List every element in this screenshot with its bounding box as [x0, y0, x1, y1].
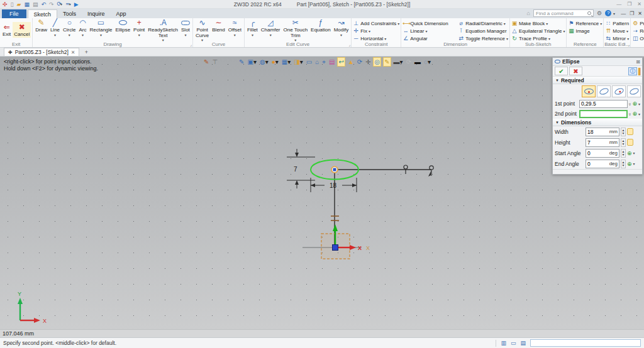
ok-button[interactable]: ✔ [555, 67, 568, 75]
overlap-button[interactable]: ◫Overlap▾ [632, 35, 644, 41]
options-button[interactable]: ≂▾ [65, 0, 71, 8]
section-required[interactable]: ▼ Required [553, 77, 642, 84]
first-point-input[interactable] [579, 100, 628, 108]
dropdown-icon[interactable]: ▾ [397, 21, 399, 26]
second-point-input[interactable] [579, 110, 628, 118]
note-icon[interactable]: ▌ [638, 68, 643, 75]
horizontal-button[interactable]: ─Horizontal▾ [353, 35, 386, 41]
circle-button[interactable]: ○Circle▾ [62, 18, 77, 42]
radial-diametric-button[interactable]: ⌀Radial/Diametric▾ [458, 20, 506, 26]
fix-button[interactable]: ✛Fix▾ [353, 28, 370, 34]
dropdown-icon[interactable]: ▾ [100, 33, 102, 37]
customize-button[interactable]: ⟳▾ [57, 0, 63, 8]
play-button[interactable]: ▶ [74, 1, 79, 8]
dropdown-icon[interactable]: ▾ [504, 21, 506, 26]
readysketch-text-button[interactable]: .AReadySketch Text▾ [147, 18, 179, 42]
move-button[interactable]: ⇈Move▾ [605, 28, 628, 34]
slot-button[interactable]: Slot▾ [180, 18, 191, 42]
dropdown-icon[interactable]: ▾ [54, 33, 56, 37]
modify-button[interactable]: ↝Modify▾ [333, 18, 350, 42]
spinner-control[interactable]: ▲▼ [621, 149, 626, 158]
dialog-launcher-icon[interactable]: ⌟ [628, 42, 630, 46]
dropdown-icon[interactable]: ▾ [600, 21, 602, 26]
reference-button[interactable]: ⚑Reference▾ [568, 20, 602, 26]
doc-restore-icon[interactable]: ❐ [630, 11, 634, 16]
ellipse-method-corner-button[interactable] [597, 85, 611, 97]
angular-button[interactable]: ∠Angular [402, 35, 455, 41]
point-pick-icon[interactable]: ⊕ [627, 150, 632, 156]
dropdown-icon[interactable]: ▾ [184, 33, 186, 37]
pick-dropdown-icon[interactable]: ▾ [633, 151, 635, 155]
dropdown-icon[interactable]: ▾ [563, 29, 565, 33]
draw-button[interactable]: ✎Draw [34, 18, 48, 42]
ellipse-button[interactable]: Ellipse [114, 18, 132, 42]
lock-icon[interactable] [627, 128, 633, 135]
close-icon[interactable]: ✕ [637, 1, 641, 7]
point-pick-icon[interactable]: ⊕ [627, 161, 632, 167]
sketch-canvas[interactable]: <right-click> for point input options. H… [0, 57, 644, 337]
cancel-button[interactable]: ✖Cancel [13, 22, 31, 38]
dropdown-icon[interactable]: ▾ [69, 33, 70, 37]
redo-button[interactable]: ↷ [49, 1, 54, 8]
ribbon-tab-file[interactable]: File [2, 9, 26, 18]
cancel-button[interactable]: ✖ [569, 67, 582, 75]
pick-dropdown-icon[interactable]: ▾ [633, 161, 635, 166]
point-pick-icon[interactable]: ⊕ [632, 101, 637, 107]
spinner-control[interactable]: ▲▼ [621, 138, 626, 147]
equation-manager-button[interactable]: ⊺Equation Manager [458, 28, 506, 34]
lock-icon[interactable] [627, 139, 633, 146]
new-file-button[interactable]: ▯ [11, 1, 14, 8]
grid-toggle-icon[interactable]: ▥ [501, 340, 506, 346]
make-block-button[interactable]: ▣Make Block▾ [511, 20, 548, 26]
chamfer-button[interactable]: ◿Chamfer▾ [260, 18, 282, 42]
exit-button[interactable]: ⇐Exit [1, 22, 12, 38]
quick-dimension-button[interactable]: ⟷Quick Dimension [402, 20, 455, 26]
arc-button[interactable]: ◠Arc▾ [78, 18, 88, 42]
pattern-button[interactable]: ∷Pattern [605, 20, 629, 26]
pick-dropdown-icon[interactable]: ▾ [638, 112, 640, 116]
pick-dropdown-icon[interactable]: ▾ [638, 102, 640, 106]
expand-chevron-icon[interactable]: » [627, 112, 633, 114]
dropdown-icon[interactable]: ▾ [548, 36, 550, 41]
ribbon-tab-app[interactable]: App [111, 9, 132, 18]
spinner-control[interactable]: ▲▼ [621, 128, 626, 136]
point-pick-icon[interactable]: ⊕ [632, 111, 637, 117]
dropdown-icon[interactable]: ▾ [270, 33, 272, 37]
app-logo-button[interactable]: ✣ [3, 1, 8, 8]
dropdown-icon[interactable]: ▾ [234, 33, 236, 37]
point-button[interactable]: +Point▾ [132, 18, 146, 42]
save-button[interactable]: ▦ [24, 1, 30, 8]
gear-icon[interactable]: ⚙ [597, 10, 602, 16]
dropdown-icon[interactable]: ▾ [425, 29, 427, 33]
section-dimensions[interactable]: ▼ Dimensions [553, 119, 642, 126]
monitor-icon[interactable]: ▭ [511, 340, 516, 346]
home-icon[interactable]: ⌂ [527, 10, 530, 16]
dialog-launcher-icon[interactable]: ⌟ [348, 42, 350, 46]
add-constraints-button[interactable]: ⊥Add Constraints▾ [353, 20, 399, 26]
ellipse-method-center-corner-button[interactable] [612, 85, 626, 97]
equation-button[interactable]: ƒEquation [309, 18, 332, 42]
spinner-control[interactable]: ▲▼ [621, 160, 626, 168]
ribbon-tab-tools[interactable]: Tools [57, 9, 82, 18]
toggle-reference-button[interactable]: ⇄Toggle Reference▾ [458, 35, 508, 41]
dropdown-icon[interactable]: ▾ [506, 36, 508, 41]
line-button[interactable]: ╱Line▾ [49, 18, 61, 42]
equilateral-triangle-button[interactable]: △Equilateral Triangle▾ [511, 28, 565, 34]
dropdown-icon[interactable]: ▾ [546, 21, 548, 26]
dropdown-icon[interactable]: ▾ [627, 36, 629, 41]
dropdown-icon[interactable]: ▾ [384, 36, 386, 41]
preferences-button[interactable]: ⚙Preferences [632, 20, 644, 26]
origin-point[interactable] [333, 245, 338, 251]
help-icon[interactable]: ? [605, 10, 611, 16]
doc-minimize-icon[interactable]: ― [621, 11, 626, 16]
new-tab-button[interactable]: + [81, 49, 91, 55]
doc-tab-close-icon[interactable]: ✕ [71, 50, 75, 55]
document-tab[interactable]: ✚ Part005.Z3 - [Sketch2] ✕ [4, 48, 79, 56]
image-button[interactable]: ▦Image [568, 28, 589, 34]
dialog-launcher-icon[interactable]: ⌟ [190, 42, 192, 46]
minimize-icon[interactable]: ― [616, 1, 621, 7]
list-icon[interactable]: ▤ [520, 340, 526, 346]
height-input[interactable] [587, 139, 609, 146]
ribbon-tab-inquire[interactable]: Inquire [82, 9, 111, 18]
open-file-button[interactable]: ▰ [17, 1, 21, 8]
